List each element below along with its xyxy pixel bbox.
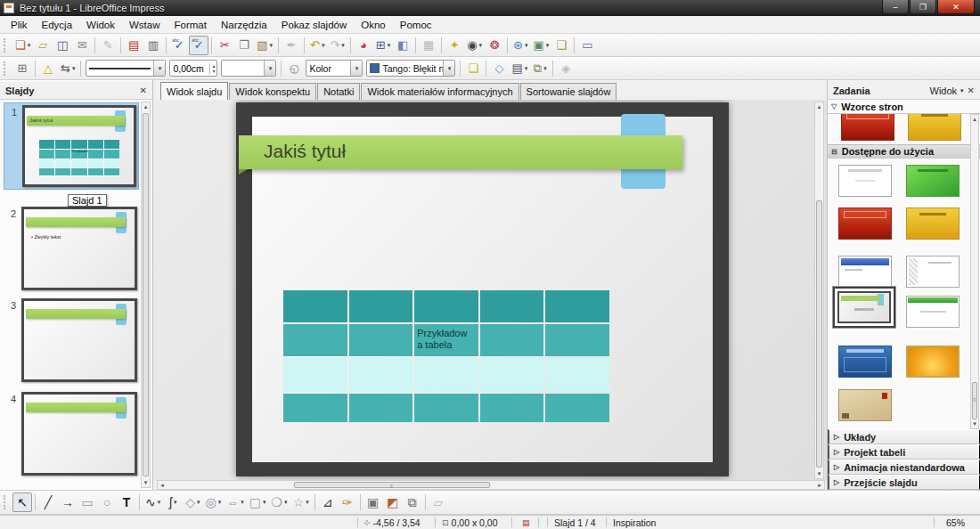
undo-icon[interactable]: ↶▾: [307, 36, 327, 55]
table-cell[interactable]: [414, 394, 478, 422]
export-pdf-icon[interactable]: ▤: [124, 36, 143, 55]
dropdown-arrow[interactable]: ▾: [306, 499, 309, 506]
slides-scrollbar[interactable]: ▴ ▾: [141, 102, 151, 488]
text-document-icon[interactable]: ❑: [551, 36, 571, 55]
line-dialog-icon[interactable]: △: [38, 59, 58, 78]
section-table-design[interactable]: ▷Projekt tabeli: [828, 444, 980, 460]
curve-icon[interactable]: ∿▾: [143, 492, 163, 512]
tab-widok-konspektu[interactable]: Widok konspektu: [229, 83, 316, 100]
scroll-down-icon[interactable]: ▾: [815, 470, 823, 477]
dropdown-arrow[interactable]: ▾: [322, 42, 325, 49]
menu-plik[interactable]: Plik: [4, 18, 35, 32]
dropdown-arrow[interactable]: ▾: [28, 42, 31, 49]
arrow-tool-icon[interactable]: →: [58, 492, 78, 512]
vertical-scrollbar[interactable]: ▴ ▾: [814, 102, 824, 479]
scroll-down-icon[interactable]: ▾: [971, 420, 978, 427]
template-blue[interactable]: [838, 346, 892, 378]
template-white[interactable]: [838, 165, 892, 197]
group-icon[interactable]: ⧉: [403, 492, 422, 512]
dropdown-arrow[interactable]: ▾: [443, 61, 454, 76]
basic-shapes-icon[interactable]: ◇▾: [183, 492, 202, 512]
section-slide-transition[interactable]: ▷Przejście slajdu: [828, 475, 980, 490]
minimize-button[interactable]: –: [882, 0, 909, 14]
document-modified-cell[interactable]: ▤: [522, 516, 530, 529]
presentation-icon[interactable]: ▭: [577, 36, 597, 55]
menu-wstaw[interactable]: Wstaw: [122, 18, 167, 32]
table-cell[interactable]: [349, 324, 413, 356]
close-icon[interactable]: ✕: [140, 85, 147, 95]
dropdown-arrow[interactable]: ▾: [546, 42, 550, 49]
dropdown-arrow[interactable]: ▾: [263, 499, 266, 506]
symbol-shapes-icon[interactable]: ◎▾: [203, 492, 225, 512]
horizontal-scrollbar-thumb[interactable]: ≡: [294, 482, 490, 488]
section-layouts[interactable]: ▷Układy: [828, 429, 980, 444]
scroll-left-icon[interactable]: ◂: [158, 482, 167, 489]
dropdown-arrow[interactable]: ▾: [241, 499, 244, 506]
navigator-icon[interactable]: ✦: [445, 36, 464, 55]
table-borders-icon[interactable]: ⊞: [12, 59, 32, 78]
area-style-icon[interactable]: ◵: [284, 59, 304, 78]
dropdown-arrow[interactable]: ▾: [543, 65, 547, 72]
tab-widok-slajdu[interactable]: Widok slajdu: [160, 82, 228, 100]
table-cell[interactable]: Przykładowa tabela: [414, 324, 478, 356]
close-button[interactable]: ✕: [937, 0, 975, 14]
table-icon[interactable]: ⊞▾: [373, 36, 393, 55]
dropdown-arrow[interactable]: ▾: [218, 499, 222, 506]
table-cell[interactable]: [545, 394, 609, 422]
open-icon[interactable]: ▱: [33, 36, 53, 55]
auto-spellcheck-icon[interactable]: ✓abc: [189, 36, 208, 55]
tab-notatki[interactable]: Notatki: [317, 83, 360, 100]
toolbar-grip[interactable]: [4, 38, 9, 53]
menu-narzędzia[interactable]: Narzędzia: [214, 18, 274, 32]
dropdown-arrow[interactable]: ▾: [479, 42, 483, 49]
tab-sortowanie-slajdów[interactable]: Sortowanie slajdów: [520, 83, 617, 100]
table-cell[interactable]: [414, 290, 478, 322]
dropdown-arrow[interactable]: ▾: [350, 61, 362, 76]
line-tool-icon[interactable]: ╱: [38, 492, 58, 512]
slide-number-cell[interactable]: Slajd 1 / 4: [554, 516, 596, 529]
gallery2-icon[interactable]: ◩: [383, 492, 403, 512]
template-orange[interactable]: [906, 346, 960, 378]
tasks-scrollbar[interactable]: ▴ ≡ ▾: [970, 114, 979, 429]
stars-icon[interactable]: ☆▾: [290, 492, 312, 512]
image-icon[interactable]: ▣▾: [531, 36, 552, 55]
master-template-red[interactable]: [841, 114, 894, 141]
menu-pomoc[interactable]: Pomoc: [393, 18, 439, 32]
scroll-up-icon[interactable]: ▴: [142, 103, 150, 110]
slide-thumbnail-4[interactable]: 4: [4, 390, 139, 477]
spin-down-icon[interactable]: ▾: [212, 69, 215, 74]
section-custom-animation[interactable]: ▷Animacja niestandardowa: [828, 460, 980, 475]
horizontal-scrollbar[interactable]: ◂ ≡ ▸: [157, 480, 825, 490]
flowchart-icon[interactable]: ▢▾: [247, 492, 269, 512]
new-presentation-icon[interactable]: ❏▾: [12, 36, 33, 55]
email-icon[interactable]: ✉: [72, 36, 92, 55]
line-width-spinner[interactable]: 0,00cm▴▾: [169, 60, 217, 77]
toolbar-grip[interactable]: [4, 495, 9, 509]
spinner-arrows[interactable]: ▴▾: [209, 63, 216, 74]
dropdown-arrow[interactable]: ▾: [197, 499, 200, 506]
tasks-scrollbar-thumb[interactable]: ≡: [972, 382, 977, 419]
print-icon[interactable]: ▥: [143, 36, 163, 55]
arrow-style-icon[interactable]: ⇆▾: [58, 59, 78, 78]
fill-type-select[interactable]: Kolor▾: [306, 60, 363, 77]
arrange-icon[interactable]: ⧉▾: [530, 59, 550, 78]
alignment-icon[interactable]: ▤▾: [509, 59, 530, 78]
template-yellow[interactable]: [906, 208, 960, 240]
table-cell[interactable]: [283, 290, 347, 322]
toolbar-grip[interactable]: [4, 61, 9, 76]
shadow-icon[interactable]: ❏: [463, 59, 483, 78]
connector-icon[interactable]: ʃ▾: [163, 492, 183, 512]
template-blue-title[interactable]: [838, 256, 892, 288]
text-icon[interactable]: T: [117, 492, 136, 512]
scroll-down-icon[interactable]: ▾: [142, 479, 150, 486]
line-style-select[interactable]: ▾: [86, 60, 166, 77]
block-arrows-icon[interactable]: ⇔▾: [224, 492, 247, 512]
fill-color-select[interactable]: Tango: Błękit ni▾: [366, 60, 455, 77]
slide-title-placeholder[interactable]: Jakiś tytuł: [239, 135, 682, 169]
slide-edit-area[interactable]: Jakiś tytuł Przykładowa tabela: [153, 100, 827, 481]
template-red[interactable]: [838, 208, 892, 240]
template-green-bar[interactable]: [906, 296, 960, 328]
table-cell[interactable]: [283, 394, 347, 422]
master-template-yellow[interactable]: [908, 114, 961, 141]
close-icon[interactable]: ✕: [968, 85, 975, 95]
